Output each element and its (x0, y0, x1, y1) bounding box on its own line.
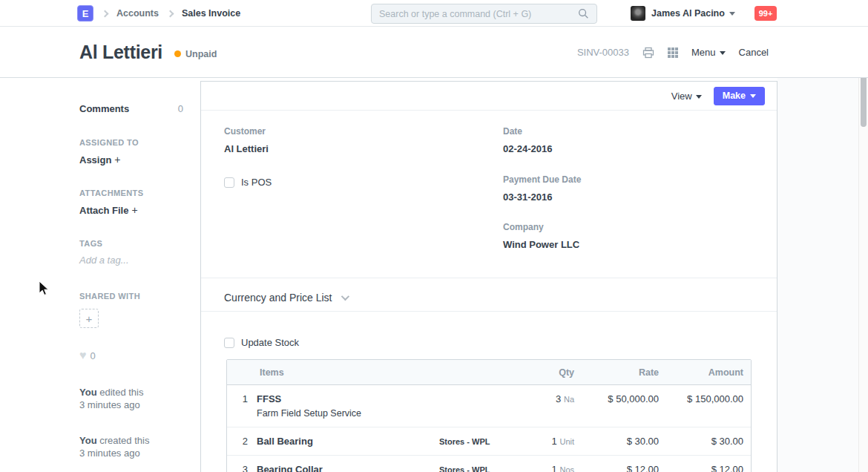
add-share-button[interactable]: + (79, 309, 99, 328)
chevron-down-icon (729, 12, 735, 16)
update-stock-field[interactable]: Update Stock (224, 337, 299, 348)
like-count: 0 (91, 350, 96, 361)
update-stock-label: Update Stock (241, 337, 299, 348)
date-field: Date 02-24-2016 (503, 126, 553, 154)
date-label: Date (503, 126, 553, 137)
item-warehouse (439, 385, 497, 427)
assign-button[interactable]: Assign+ (79, 154, 121, 165)
status-dot-icon (174, 50, 181, 57)
item-amount: $ 30.00 (663, 427, 752, 455)
form-sidebar: Comments 0 ASSIGNED TO Assign+ ATTACHMEN… (79, 78, 183, 472)
item-uom: Nos (559, 465, 574, 472)
user-menu[interactable]: James Al Pacino (631, 0, 735, 27)
add-tag-input[interactable]: Add a tag... (79, 255, 129, 266)
company-label: Company (503, 222, 579, 232)
activity-entry: You created this 3 minutes ago (79, 434, 149, 459)
item-amount: $ 150,000.00 (663, 385, 752, 427)
heart-icon: ♥ (79, 350, 87, 361)
user-name: James Al Pacino (651, 8, 725, 19)
app-logo[interactable]: E (77, 5, 93, 22)
plus-icon: + (131, 204, 137, 216)
customer-label: Customer (224, 126, 269, 137)
item-rate: $ 12.00 (579, 456, 663, 472)
item-qty: 1 Nos (497, 456, 579, 472)
shared-with-heading: SHARED WITH (79, 292, 140, 301)
cancel-button[interactable]: Cancel (739, 47, 769, 58)
row-index: 2 (227, 427, 257, 455)
assigned-to-heading: ASSIGNED TO (79, 138, 139, 147)
chevron-down-icon (720, 51, 726, 55)
item-code: Ball Bearing (257, 436, 439, 447)
customer-value[interactable]: Al Lettieri (224, 143, 269, 154)
sales-invoice-page: E Accounts Sales Invoice James Al Pacino… (0, 0, 868, 472)
header-rate: Rate (579, 367, 663, 378)
row-index: 3 (227, 456, 257, 472)
company-value[interactable]: Wind Power LLC (503, 239, 579, 250)
currency-section-label: Currency and Price List (224, 292, 332, 304)
due-date-label: Payment Due Date (503, 174, 581, 185)
chevron-right-icon (102, 10, 109, 17)
page-gutter (777, 78, 858, 472)
item-warehouse: Stores - WPL (439, 456, 497, 472)
view-button[interactable]: View (671, 91, 702, 102)
comments-count: 0 (178, 103, 183, 114)
attach-file-button[interactable]: Attach File+ (79, 204, 138, 216)
section-divider (201, 311, 777, 312)
header-amount: Amount (663, 367, 752, 378)
user-avatar (631, 6, 645, 21)
comments-link[interactable]: Comments 0 (79, 103, 183, 114)
item-qty: 1 Unit (497, 427, 579, 455)
item-amount: $ 12.00 (663, 456, 752, 472)
document-id: SINV-00033 (577, 47, 629, 58)
table-row[interactable]: 3 Bearing Collar Stores - WPL 1 Nos $ 12… (227, 456, 751, 472)
items-table: Items Qty Rate Amount 1 FFSS Farm Field … (226, 359, 752, 472)
page-title: Al Lettieri (79, 42, 162, 63)
notifications-badge[interactable]: 99+ (754, 6, 777, 21)
breadcrumb-sales-invoice[interactable]: Sales Invoice (182, 8, 240, 19)
breadcrumb-accounts[interactable]: Accounts (116, 8, 159, 19)
item-description: Farm Field Setup Service (257, 408, 439, 419)
due-date-value[interactable]: 03-31-2016 (503, 191, 581, 203)
status-indicator: Unpaid (174, 49, 217, 59)
is-pos-checkbox[interactable] (224, 177, 234, 188)
chevron-right-icon (167, 10, 174, 17)
grid-menu-icon[interactable] (668, 47, 678, 58)
plus-icon: + (114, 154, 120, 165)
chevron-down-icon (341, 292, 349, 301)
item-code: FFSS (257, 393, 439, 404)
header-items: Items (257, 367, 439, 378)
tags-heading: TAGS (79, 239, 102, 248)
customer-field: Customer Al Lettieri (224, 126, 269, 154)
item-rate: $ 30.00 (579, 427, 663, 455)
search-icon (578, 8, 589, 19)
like-button[interactable]: ♥ 0 (79, 350, 96, 361)
is-pos-field[interactable]: Is POS (224, 177, 272, 188)
status-badge: Unpaid (185, 49, 217, 59)
item-rate: $ 50,000.00 (579, 385, 663, 427)
currency-section-toggle[interactable]: Currency and Price List (224, 292, 347, 304)
comments-label: Comments (79, 103, 129, 114)
is-pos-label: Is POS (241, 177, 272, 188)
row-index: 1 (227, 385, 257, 427)
make-button[interactable]: Make (714, 87, 765, 105)
print-icon[interactable] (642, 47, 654, 59)
menu-button[interactable]: Menu (691, 47, 726, 58)
item-uom: Na (564, 395, 574, 404)
table-row[interactable]: 2 Ball Bearing Stores - WPL 1 Unit $ 30.… (227, 427, 751, 456)
search-input[interactable] (379, 9, 578, 19)
item-qty: 3 Na (497, 385, 579, 427)
item-warehouse: Stores - WPL (439, 427, 497, 455)
section-divider (201, 278, 777, 278)
date-value[interactable]: 02-24-2016 (503, 143, 553, 154)
mouse-cursor (39, 281, 50, 297)
item-code: Bearing Collar (257, 464, 439, 472)
navbar: E Accounts Sales Invoice James Al Pacino… (0, 0, 868, 27)
item-uom: Unit (559, 437, 574, 446)
page-head: Al Lettieri Unpaid SINV-00033 Menu Cance… (0, 27, 868, 78)
header-qty: Qty (497, 367, 579, 378)
form-toolbar: View Make (201, 82, 777, 111)
update-stock-checkbox[interactable] (224, 338, 234, 348)
table-row[interactable]: 1 FFSS Farm Field Setup Service 3 Na $ 5… (227, 385, 751, 427)
form-panel: View Make Customer Al Lettieri Is POS Da… (200, 81, 777, 472)
company-field: Company Wind Power LLC (503, 222, 579, 250)
